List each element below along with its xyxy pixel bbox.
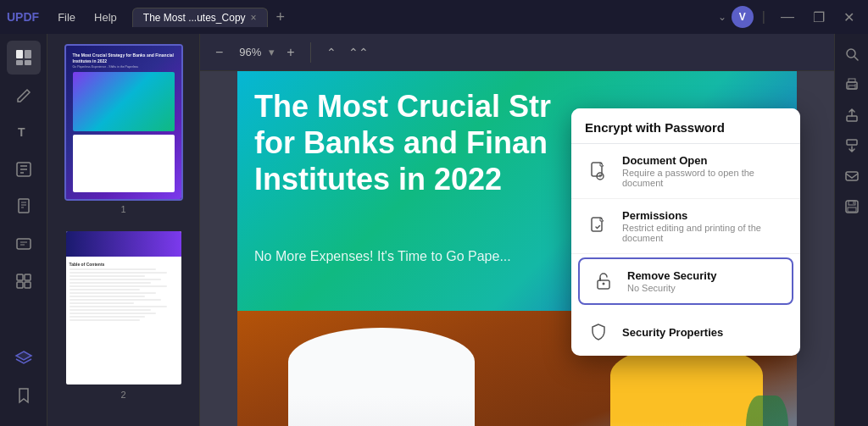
svg-rect-0 bbox=[16, 50, 23, 58]
zoom-out-button[interactable]: − bbox=[210, 41, 228, 64]
sidebar-icon-layers[interactable] bbox=[7, 341, 41, 375]
tab-title: The Most ...utes_Copy bbox=[143, 12, 246, 24]
dropdown-item-document-open[interactable]: Document Open Require a password to open… bbox=[571, 144, 800, 199]
sidebar-icon-annotate[interactable] bbox=[7, 152, 41, 186]
title-bar: UPDF File Help The Most ...utes_Copy × +… bbox=[0, 0, 868, 34]
encrypt-dropdown: Encrypt with Password Document Open bbox=[571, 108, 800, 356]
sidebar-icon-text[interactable]: T bbox=[7, 115, 41, 149]
dropdown-item-remove-security[interactable]: Remove Security No Security bbox=[578, 257, 793, 305]
print-icon[interactable] bbox=[838, 71, 865, 98]
sidebar-icon-organize[interactable] bbox=[7, 264, 41, 298]
search-icon[interactable] bbox=[838, 41, 865, 68]
sidebar-icon-bookmark[interactable] bbox=[7, 379, 41, 412]
menu-file[interactable]: File bbox=[49, 8, 84, 27]
thumbnail-page-1[interactable]: The Most Crucial Strategy for Banks and … bbox=[47, 34, 199, 219]
nav-up-button[interactable]: ⌃ bbox=[321, 42, 342, 63]
thumbnail-panel: The Most Crucial Strategy for Banks and … bbox=[47, 34, 200, 426]
app-logo: UPDF bbox=[7, 10, 39, 24]
main-content: − 96% ▾ + ⌃ ⌃⌃ The Most Crucial Strfor B… bbox=[200, 34, 834, 426]
svg-rect-35 bbox=[846, 172, 858, 180]
export-icon[interactable] bbox=[838, 102, 865, 129]
tab-document[interactable]: The Most ...utes_Copy × bbox=[132, 8, 268, 27]
thumbnail-page-2[interactable]: Table of Contents bbox=[47, 219, 199, 405]
thumb-image-2: Table of Contents bbox=[64, 230, 183, 386]
svg-rect-33 bbox=[847, 116, 857, 121]
zoom-in-button[interactable]: + bbox=[281, 41, 299, 64]
dropdown-item-security-properties[interactable]: Security Properties bbox=[571, 308, 800, 356]
permissions-icon bbox=[585, 213, 612, 240]
dropdown-item-permissions[interactable]: Permissions Restrict editing and printin… bbox=[571, 199, 800, 254]
document-open-icon bbox=[585, 158, 612, 185]
document-open-text: Document Open Require a password to open… bbox=[622, 154, 787, 188]
sidebar-icon-forms[interactable] bbox=[7, 227, 41, 261]
import-icon[interactable] bbox=[838, 132, 865, 159]
menu-help[interactable]: Help bbox=[86, 8, 125, 27]
remove-security-text: Remove Security No Security bbox=[627, 269, 717, 293]
svg-rect-2 bbox=[16, 60, 23, 65]
window-controls: ⌄ V | — ❐ ✕ bbox=[718, 6, 861, 28]
svg-point-23 bbox=[600, 177, 601, 178]
svg-rect-19 bbox=[25, 282, 31, 288]
zoom-dropdown-icon[interactable]: ▾ bbox=[269, 46, 275, 58]
main-area: T bbox=[0, 34, 868, 426]
svg-rect-3 bbox=[25, 60, 31, 65]
tab-close-button[interactable]: × bbox=[251, 12, 257, 24]
permissions-text: Permissions Restrict editing and printin… bbox=[622, 209, 787, 243]
sidebar-icon-pages[interactable] bbox=[7, 190, 41, 224]
email-icon[interactable] bbox=[838, 163, 865, 190]
right-sidebar bbox=[834, 34, 868, 426]
pdf-viewer: The Most Crucial Strfor Banks and FinanI… bbox=[200, 71, 834, 426]
security-properties-title: Security Properties bbox=[622, 326, 723, 339]
maximize-button[interactable]: ❐ bbox=[806, 8, 832, 27]
avatar[interactable]: V bbox=[732, 6, 754, 28]
remove-security-title: Remove Security bbox=[627, 269, 717, 282]
svg-text:T: T bbox=[18, 125, 25, 139]
chevron-down-icon[interactable]: ⌄ bbox=[718, 11, 726, 23]
dropdown-title: Encrypt with Password bbox=[571, 108, 800, 144]
security-properties-text: Security Properties bbox=[622, 326, 723, 339]
svg-rect-9 bbox=[19, 199, 29, 213]
svg-rect-13 bbox=[17, 239, 31, 249]
close-button[interactable]: ✕ bbox=[837, 8, 861, 27]
add-tab-button[interactable]: + bbox=[271, 8, 291, 26]
zoom-value: 96% bbox=[235, 46, 265, 58]
menu-bar: File Help bbox=[49, 8, 125, 27]
zoom-display: 96% ▾ bbox=[235, 46, 275, 58]
svg-point-32 bbox=[854, 84, 856, 86]
document-open-title: Document Open bbox=[622, 154, 787, 167]
svg-rect-18 bbox=[17, 282, 23, 288]
permissions-subtitle: Restrict editing and printing of the doc… bbox=[622, 223, 787, 243]
svg-rect-1 bbox=[25, 50, 31, 58]
page-number-2: 2 bbox=[120, 390, 125, 400]
page-number-1: 1 bbox=[120, 204, 125, 214]
nav-buttons: ⌃ ⌃⌃ bbox=[321, 42, 374, 63]
remove-security-icon bbox=[590, 268, 617, 295]
svg-rect-34 bbox=[847, 140, 857, 145]
remove-security-subtitle: No Security bbox=[627, 283, 717, 293]
save-icon[interactable] bbox=[838, 193, 865, 220]
sidebar-icon-edit[interactable] bbox=[7, 78, 41, 112]
svg-rect-17 bbox=[25, 274, 31, 280]
sidebar-icon-thumbnails[interactable] bbox=[7, 41, 41, 75]
toolbar: − 96% ▾ + ⌃ ⌃⌃ bbox=[200, 34, 834, 71]
tab-bar: The Most ...utes_Copy × + bbox=[132, 8, 711, 27]
svg-point-26 bbox=[603, 283, 605, 285]
thumb-image-1: The Most Crucial Strategy for Banks and … bbox=[64, 44, 183, 201]
left-sidebar: T bbox=[0, 34, 47, 426]
nav-top-button[interactable]: ⌃⌃ bbox=[343, 42, 374, 63]
svg-rect-16 bbox=[17, 274, 23, 280]
security-properties-icon bbox=[585, 318, 612, 346]
document-open-subtitle: Require a password to open the document bbox=[622, 168, 787, 188]
toolbar-separator bbox=[310, 42, 311, 63]
minimize-button[interactable]: — bbox=[774, 8, 801, 26]
permissions-title: Permissions bbox=[622, 209, 787, 222]
svg-rect-38 bbox=[848, 207, 856, 212]
svg-line-28 bbox=[854, 57, 858, 60]
